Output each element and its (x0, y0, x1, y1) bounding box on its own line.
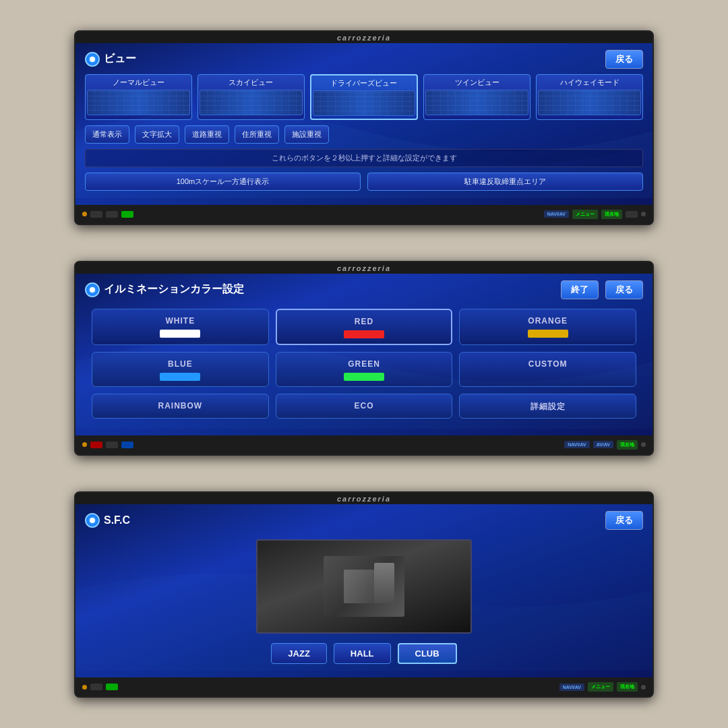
hw-dot-3 (82, 685, 87, 690)
brand-bar-1: carrozzeria (75, 32, 653, 43)
hw-dot-2 (82, 442, 87, 447)
hw-dot-1 (82, 212, 87, 216)
screen2-topbar: イルミネーションカラー設定 終了 戻る (85, 280, 643, 299)
video-figure (324, 556, 404, 617)
hw-btn-2a[interactable] (90, 442, 102, 448)
screen2: イルミネーションカラー設定 終了 戻る WHITE RED ORANGE BL (75, 274, 653, 435)
hw-btn-1c[interactable] (121, 211, 133, 218)
hw-current-label-3[interactable]: 現在地 (617, 682, 638, 692)
screen1: ビュー 戻る ノーマルビュー スカイビュー ドライバーズビュー ツインビュー (75, 43, 653, 205)
color-detail[interactable]: 詳細設定 (459, 394, 636, 419)
device-screen1: carrozzeria ビュー 戻る ノーマルビュー スカイビュー (74, 30, 654, 225)
screen1-title: ビュー (85, 52, 136, 67)
view-mode-row: ノーマルビュー スカイビュー ドライバーズビュー ツインビュー ハイウェイモード (85, 74, 643, 120)
end-button-2[interactable]: 終了 (561, 280, 599, 299)
opt-normal[interactable]: 通常表示 (85, 125, 129, 144)
brand-label-3: carrozzeria (337, 495, 391, 503)
view-driver[interactable]: ドライバーズビュー (310, 74, 419, 120)
swatch-red (344, 330, 384, 338)
view-twin[interactable]: ツインビュー (423, 74, 530, 120)
opt-text[interactable]: 文字拡大 (135, 125, 179, 144)
opt-road[interactable]: 道路重視 (185, 125, 229, 144)
video-preview (256, 539, 472, 634)
hw-dot-2b (641, 442, 646, 447)
hw-right-3: NAVI/AV メニュー 現在地 (559, 682, 646, 692)
brand-bar-2: carrozzeria (75, 262, 653, 274)
hw-dot-1b (641, 212, 646, 216)
hw-current-label-2[interactable]: 現在地 (617, 440, 638, 450)
color-custom[interactable]: CUSTOM (459, 352, 636, 387)
back-button-1[interactable]: 戻る (605, 50, 643, 69)
view-sky[interactable]: スカイビュー (198, 74, 305, 120)
hw-menu-label-1[interactable]: メニュー (572, 210, 598, 219)
view-options-row: 通常表示 文字拡大 道路重視 住所重視 施設重視 (85, 125, 643, 144)
color-blue[interactable]: BLUE (92, 352, 269, 387)
view-normal[interactable]: ノーマルビュー (85, 74, 192, 120)
back-button-3[interactable]: 戻る (605, 511, 643, 530)
hw-bar-1: NAVI/AV メニュー 現在地 (75, 205, 653, 224)
swatch-white (160, 330, 200, 338)
opt-address[interactable]: 住所重視 (235, 125, 279, 144)
sound-hall[interactable]: HALL (334, 643, 391, 664)
screen2-buttons: 終了 戻る (561, 280, 643, 299)
nav-icon-3 (85, 513, 100, 528)
hw-left-1 (82, 211, 133, 218)
device-screen3: carrozzeria S.F.C 戻る JAZZ HALL (74, 491, 654, 698)
sound-btns-row: JAZZ HALL CLUB (271, 643, 456, 664)
color-white[interactable]: WHITE (92, 309, 269, 345)
video-inner (257, 541, 471, 632)
swatch-blue (160, 373, 200, 381)
hw-dot-3b (641, 685, 646, 690)
color-eco[interactable]: ECO (276, 394, 453, 419)
screen3-topbar: S.F.C 戻る (85, 511, 643, 530)
swatch-orange (528, 330, 568, 338)
screen2-title: イルミネーションカラー設定 (85, 282, 244, 297)
hw-navi-label-3[interactable]: NAVI/AV (559, 684, 584, 691)
hw-current-label-1[interactable]: 現在地 (601, 210, 622, 219)
hw-btn-1b[interactable] (106, 211, 118, 218)
hw-bar-3: NAVI/AV メニュー 現在地 (75, 677, 653, 696)
hw-right-2: NAVI/AV AV/AV 現在地 (564, 440, 646, 450)
hw-btn-2c[interactable] (121, 442, 133, 448)
color-red[interactable]: RED (276, 309, 453, 345)
color-green[interactable]: GREEN (276, 352, 453, 387)
swatch-green (344, 373, 384, 381)
hw-left-2 (82, 442, 133, 448)
hw-right-1: NAVI/AV メニュー 現在地 (544, 210, 646, 219)
screen1-topbar: ビュー 戻る (85, 50, 643, 69)
brand-label-1: carrozzeria (337, 34, 391, 42)
screen3-title: S.F.C (85, 513, 130, 528)
view-highway[interactable]: ハイウェイモード (536, 74, 643, 120)
hw-btn-2b[interactable] (106, 442, 118, 448)
hw-navi-label-1[interactable]: NAVI/AV (544, 210, 569, 218)
bottom-btns-1: 100mスケール一方通行表示 駐車違反取締重点エリア (85, 173, 643, 191)
oneway-btn[interactable]: 100mスケール一方通行表示 (85, 173, 361, 191)
sfc-content: JAZZ HALL CLUB (85, 535, 643, 669)
screen3: S.F.C 戻る JAZZ HALL CLUB (75, 504, 653, 677)
hw-btn-1d[interactable] (626, 211, 638, 218)
nav-icon-1 (85, 52, 100, 67)
parking-btn[interactable]: 駐車違反取締重点エリア (367, 173, 643, 191)
hw-avav-label-2[interactable]: AV/AV (593, 441, 613, 448)
back-button-2[interactable]: 戻る (605, 280, 643, 299)
color-grid: WHITE RED ORANGE BLUE GREEN CUSTOM (85, 305, 643, 423)
opt-facility[interactable]: 施設重視 (284, 125, 329, 144)
sound-jazz[interactable]: JAZZ (271, 643, 327, 664)
hw-navi-label-2[interactable]: NAVI/AV (564, 441, 589, 448)
hw-bar-2: NAVI/AV AV/AV 現在地 (75, 435, 653, 454)
color-orange[interactable]: ORANGE (459, 309, 636, 345)
hw-btn-1a[interactable] (90, 211, 102, 218)
brand-bar-3: carrozzeria (75, 493, 653, 504)
color-rainbow[interactable]: RAINBOW (92, 394, 269, 419)
nav-icon-2 (85, 282, 100, 297)
info-text-1: これらのボタンを２秒以上押すと詳細な設定ができます (85, 149, 643, 167)
brand-label-2: carrozzeria (337, 264, 391, 272)
hw-btn-3b[interactable] (106, 684, 118, 690)
device-screen2: carrozzeria イルミネーションカラー設定 終了 戻る WHITE (74, 261, 654, 456)
sound-club[interactable]: CLUB (398, 643, 457, 664)
hw-btn-3a[interactable] (90, 684, 102, 690)
hw-left-3 (82, 684, 118, 690)
hw-menu-label-3[interactable]: メニュー (588, 682, 613, 692)
